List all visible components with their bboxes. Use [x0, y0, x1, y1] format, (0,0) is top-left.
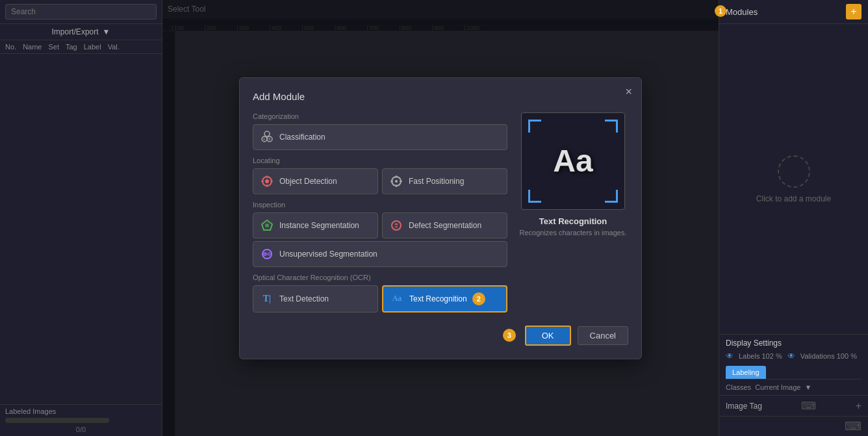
right-sidebar: Modules + Click to add a module Display … — [719, 0, 868, 436]
modal-close-button[interactable]: × — [625, 86, 632, 97]
sidebar-footer: Labeled Images 0/0 — [0, 404, 162, 436]
circle-indicator — [778, 155, 810, 188]
svg-point-2 — [264, 131, 270, 136]
classification-button[interactable]: A B Classification — [253, 124, 507, 150]
bottom-keyboard-bar: ⌨ — [719, 416, 868, 436]
app-layout: Import/Export ▼ No. Name Set Tag Label V… — [0, 0, 868, 436]
modules-title: Modules — [726, 7, 758, 17]
modal-footer: 3 OK Cancel — [253, 326, 628, 346]
instance-segmentation-label: Instance Segmentation — [279, 221, 359, 230]
inspection-grid-2: Unsupervised Segmentation — [253, 241, 507, 267]
defect-segmentation-button[interactable]: Defect Segmentation — [382, 212, 507, 238]
instance-segmentation-button[interactable]: Instance Segmentation — [253, 212, 378, 238]
module-list: Categorization A B — [253, 112, 507, 315]
col-val: Val. — [108, 43, 120, 51]
image-tag-label: Image Tag — [726, 402, 762, 411]
search-input[interactable] — [5, 4, 157, 19]
text-recognition-badge: 2 — [472, 292, 485, 305]
right-bottom: Image Tag ⌨ + — [719, 395, 868, 416]
center-area: Select Tool 100 200 300 400 500 600 700 … — [162, 0, 719, 436]
plus-icon: + — [856, 400, 862, 412]
unsupervised-segmentation-icon — [260, 247, 274, 261]
sidebar-content — [0, 54, 162, 404]
fast-positioning-button[interactable]: Fast Positioning — [382, 168, 507, 194]
inspection-grid-1: Instance Segmentation — [253, 212, 507, 238]
labeling-tabs: Labeling — [726, 366, 862, 379]
col-no: No. — [5, 43, 16, 51]
add-module-badge: 1 — [715, 5, 726, 17]
modal-body: Categorization A B — [253, 112, 628, 315]
preview-aa-icon: Aa — [553, 143, 593, 179]
svg-point-22 — [267, 252, 271, 256]
classification-icon: A B — [260, 130, 274, 144]
corner-tr — [605, 120, 618, 133]
validations-eye-icon: 👁 — [787, 352, 795, 361]
col-label: Label — [84, 43, 101, 51]
text-detection-icon: T| — [260, 292, 274, 306]
page-indicator: 0/0 — [5, 426, 157, 433]
svg-point-12 — [395, 180, 398, 183]
svg-point-6 — [265, 179, 269, 183]
fast-positioning-label: Fast Positioning — [409, 177, 464, 186]
display-settings: Display Settings 👁 Labels 102 % 👁 Valida… — [719, 334, 868, 395]
display-settings-header: Display Settings — [726, 339, 862, 348]
cancel-button[interactable]: Cancel — [578, 326, 628, 345]
svg-point-19 — [392, 221, 401, 230]
current-image-label: Current Image — [755, 383, 800, 391]
tab-labeling[interactable]: Labeling — [726, 366, 766, 379]
defect-segmentation-icon — [389, 218, 403, 233]
preview-description: Recognizes characters in images. — [519, 229, 626, 237]
corner-br — [605, 190, 618, 203]
module-preview-image: Aa — [521, 112, 625, 210]
text-recognition-button[interactable]: Aa Text Recognition 2 — [382, 285, 507, 313]
add-module-button[interactable]: + — [846, 4, 862, 19]
tab-3[interactable] — [779, 366, 792, 379]
table-header: No. Name Set Tag Label Val. — [0, 40, 162, 54]
category-ocr: Optical Character Recognition (OCR) — [253, 274, 507, 281]
left-sidebar: Import/Export ▼ No. Name Set Tag Label V… — [0, 0, 162, 436]
dropdown-arrow: ▼ — [103, 27, 110, 36]
tab-2[interactable] — [766, 366, 779, 379]
svg-point-21 — [263, 252, 267, 256]
import-export-bar[interactable]: Import/Export ▼ — [0, 24, 162, 40]
svg-text:A: A — [263, 136, 266, 140]
classification-label: Classification — [279, 133, 326, 142]
text-detection-label: Text Detection — [279, 294, 329, 303]
modules-area: Click to add a module — [719, 24, 868, 334]
keyboard-icon-bottom: ⌨ — [845, 419, 862, 433]
dropdown-chevron: ▼ — [804, 383, 811, 391]
search-bar — [0, 0, 162, 24]
corner-bl — [528, 190, 541, 203]
category-locating: Locating — [253, 157, 507, 164]
add-module-hint: Click to add a module — [756, 194, 831, 203]
text-recognition-label: Text Recognition — [409, 294, 467, 303]
ok-button[interactable]: OK — [525, 326, 571, 346]
keyboard-icon: ⌨ — [801, 400, 816, 412]
object-detection-button[interactable]: Object Detection — [253, 168, 378, 194]
labels-pct: Labels 102 % — [739, 352, 782, 360]
col-tag: Tag — [66, 43, 77, 51]
validations-pct: Validations 100 % — [800, 352, 857, 360]
object-detection-icon — [260, 174, 274, 188]
modal-title: Add Module — [253, 91, 628, 102]
locating-grid: Object Detection — [253, 168, 507, 194]
modules-header: Modules + — [719, 0, 868, 24]
progress-bar — [5, 418, 109, 423]
labels-row: 👁 Labels 102 % 👁 Validations 100 % — [726, 352, 862, 361]
col-set: Set — [48, 43, 59, 51]
text-detection-button[interactable]: T| Text Detection — [253, 285, 378, 313]
svg-text:B: B — [268, 136, 271, 140]
preview-title: Text Recognition — [539, 216, 607, 226]
defect-segmentation-label: Defect Segmentation — [409, 221, 481, 230]
module-preview-panel: Aa Text Recognition Recognizes character… — [518, 112, 628, 315]
import-export-label: Import/Export — [52, 27, 99, 36]
unsupervised-segmentation-button[interactable]: Unsupervised Segmentation — [253, 241, 507, 267]
instance-segmentation-icon — [260, 218, 274, 233]
add-module-badge-container: 1 — [715, 5, 726, 17]
add-module-dialog: Add Module × Categorization — [239, 77, 642, 359]
classes-row: Classes Current Image ▼ — [726, 383, 862, 391]
classes-label: Classes — [726, 383, 751, 391]
modal-overlay: Add Module × Categorization — [162, 0, 719, 436]
text-recognition-icon: Aa — [390, 292, 404, 306]
category-categorization: Categorization — [253, 112, 507, 120]
